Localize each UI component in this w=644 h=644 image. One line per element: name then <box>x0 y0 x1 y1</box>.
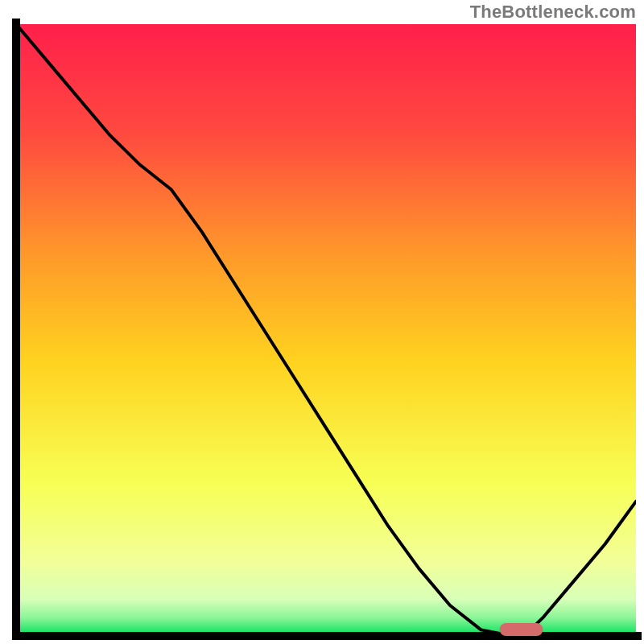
watermark-text: TheBottleneck.com <box>470 2 636 23</box>
optimal-marker-pill <box>500 623 543 636</box>
chart-container: { "watermark": "TheBottleneck.com", "cha… <box>0 0 644 644</box>
bottleneck-chart <box>0 0 644 644</box>
plot-background <box>16 24 636 636</box>
